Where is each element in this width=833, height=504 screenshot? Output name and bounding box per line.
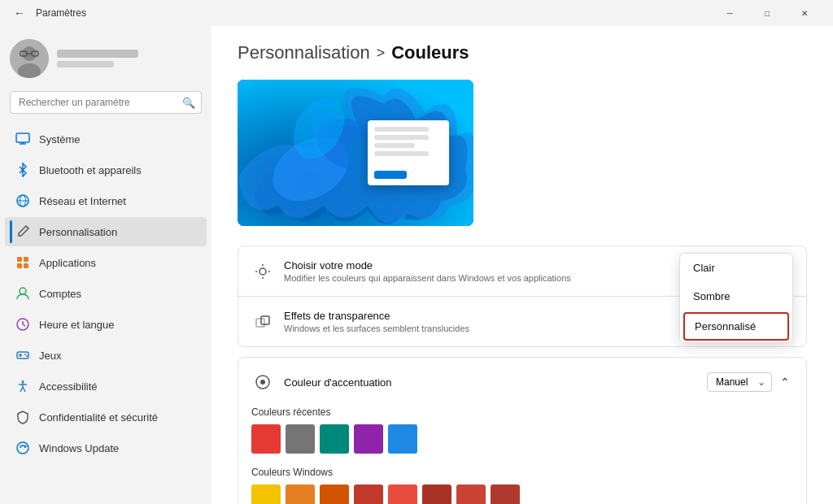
- recent-color-1[interactable]: [286, 424, 315, 454]
- windows-color-6[interactable]: [456, 484, 486, 504]
- page-title: Couleurs: [391, 42, 469, 63]
- windows-color-0[interactable]: [251, 484, 281, 504]
- svg-rect-6: [16, 133, 29, 142]
- close-button[interactable]: ✕: [786, 0, 823, 26]
- windows-color-4[interactable]: [388, 484, 417, 504]
- sidebar-item-network[interactable]: Réseau et Internet: [5, 186, 207, 215]
- apps-icon: [15, 254, 31, 271]
- accent-section: Couleur d'accentuation Manuel ⌃ Couleurs…: [238, 357, 807, 504]
- svg-rect-12: [17, 257, 22, 262]
- accent-title: Couleur d'accentuation: [284, 376, 697, 389]
- svg-line-28: [20, 387, 23, 392]
- search-box[interactable]: 🔍: [10, 91, 202, 114]
- mode-dropdown[interactable]: Clair Sombre Personnalisé: [679, 253, 793, 343]
- page-header: Personnalisation > Couleurs: [238, 42, 807, 63]
- minimize-button[interactable]: ─: [711, 0, 748, 26]
- hw-button: [374, 171, 407, 179]
- accent-collapse-button[interactable]: ⌃: [777, 372, 793, 392]
- back-button[interactable]: ←: [10, 3, 29, 23]
- title-bar-left: ← Paramètres: [10, 3, 86, 23]
- personalisation-icon: [15, 224, 31, 240]
- sidebar-item-personalisation[interactable]: Personnalisation: [5, 217, 207, 246]
- sidebar-item-system[interactable]: Système: [5, 124, 207, 154]
- windows-colors-label: Couleurs Windows: [251, 467, 793, 478]
- svg-point-16: [20, 288, 26, 294]
- sidebar-item-system-label: Système: [39, 133, 197, 146]
- recent-color-4[interactable]: [388, 424, 417, 454]
- breadcrumb-chevron: >: [377, 45, 386, 62]
- svg-point-24: [26, 355, 28, 357]
- svg-point-25: [22, 380, 24, 383]
- accessibility-icon: [15, 378, 31, 394]
- sidebar-item-time-label: Heure et langue: [39, 319, 197, 331]
- svg-line-29: [23, 387, 25, 392]
- recent-colors-label: Couleurs récentes: [251, 406, 793, 418]
- windows-color-2[interactable]: [320, 484, 349, 504]
- windows-color-1[interactable]: [286, 484, 315, 504]
- hw-line-1: [374, 127, 429, 132]
- user-section: [0, 33, 212, 88]
- svg-rect-14: [17, 263, 22, 268]
- windows-color-5[interactable]: [422, 484, 451, 504]
- privacy-icon: [15, 409, 31, 425]
- dropdown-item-personnalise[interactable]: Personnalisé: [683, 312, 789, 341]
- sidebar-item-privacy[interactable]: Confidentialité et sécurité: [5, 402, 207, 432]
- network-icon: [15, 193, 31, 209]
- svg-rect-13: [24, 257, 28, 262]
- recent-color-3[interactable]: [354, 424, 383, 454]
- title-bar: ← Paramètres ─ □ ✕: [0, 0, 833, 26]
- dropdown-item-clair[interactable]: Clair: [680, 254, 792, 282]
- accent-header: Couleur d'accentuation Manuel ⌃: [251, 371, 793, 393]
- hero-window: [368, 120, 449, 185]
- sidebar-item-update[interactable]: Windows Update: [5, 433, 207, 463]
- svg-rect-42: [261, 316, 269, 324]
- sidebar-item-bluetooth[interactable]: Bluetooth et appareils: [5, 155, 207, 185]
- windows-color-7[interactable]: [491, 484, 520, 504]
- sidebar-item-privacy-label: Confidentialité et sécurité: [39, 411, 197, 424]
- accent-select-wrapper[interactable]: Manuel: [707, 372, 772, 392]
- sidebar: 🔍 Système Bluetooth et appareils Réseau …: [0, 26, 212, 504]
- sidebar-item-time[interactable]: Heure et langue: [5, 310, 207, 339]
- mode-icon: [251, 260, 274, 283]
- search-icon: 🔍: [182, 97, 195, 109]
- accent-select[interactable]: Manuel: [707, 372, 772, 392]
- games-icon: [15, 347, 31, 363]
- hw-line-3: [374, 143, 415, 148]
- settings-section-mode: Choisir votre mode Modifier les couleurs…: [238, 245, 807, 347]
- sidebar-item-apps-label: Applications: [39, 257, 197, 269]
- window-title: Paramètres: [36, 7, 86, 19]
- sidebar-item-apps[interactable]: Applications: [5, 248, 207, 277]
- accent-icon: [251, 371, 274, 393]
- sidebar-item-games-label: Jeux: [39, 350, 197, 362]
- sidebar-item-update-label: Windows Update: [39, 442, 197, 454]
- avatar-icon: [10, 39, 49, 78]
- svg-point-36: [259, 268, 266, 275]
- system-icon: [15, 131, 31, 147]
- sidebar-item-accessibility[interactable]: Accessibilité: [5, 371, 207, 401]
- svg-point-44: [260, 380, 265, 385]
- windows-color-3[interactable]: [354, 484, 383, 504]
- recent-colors-row: [251, 424, 793, 454]
- sidebar-item-bluetooth-label: Bluetooth et appareils: [39, 164, 197, 176]
- svg-point-30: [17, 442, 28, 454]
- bluetooth-icon: [15, 162, 31, 178]
- dropdown-item-sombre[interactable]: Sombre: [680, 282, 792, 311]
- recent-color-0[interactable]: [251, 424, 281, 454]
- svg-line-19: [23, 324, 25, 326]
- sidebar-item-network-label: Réseau et Internet: [39, 195, 197, 207]
- sidebar-item-games[interactable]: Jeux: [5, 341, 207, 370]
- user-name-bar: [57, 50, 138, 58]
- accounts-icon: [15, 285, 31, 302]
- window-controls: ─ □ ✕: [711, 0, 823, 26]
- avatar: [10, 39, 49, 78]
- recent-color-2[interactable]: [320, 424, 349, 454]
- hw-line-2: [374, 135, 429, 140]
- accent-control: Manuel ⌃: [707, 372, 793, 392]
- sidebar-item-accounts[interactable]: Comptes: [5, 279, 207, 308]
- svg-point-23: [24, 354, 26, 355]
- content-area: Personnalisation > Couleurs: [212, 26, 833, 504]
- time-icon: [15, 316, 31, 332]
- maximize-button[interactable]: □: [748, 0, 786, 26]
- sidebar-item-accounts-label: Comptes: [39, 288, 197, 300]
- search-input[interactable]: [10, 91, 202, 114]
